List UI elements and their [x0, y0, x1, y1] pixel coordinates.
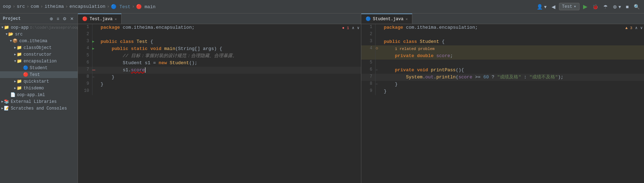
- bc-itheima[interactable]: itheima: [45, 4, 64, 9]
- line-right: [340, 52, 361, 60]
- line-gutter: [92, 81, 99, 88]
- tab-label: Student.java: [373, 17, 403, 22]
- nav-up-arrow[interactable]: ∧: [352, 26, 354, 30]
- tab-label: Test.java: [90, 17, 113, 22]
- line-content: package com.itheima.encapsulation;: [383, 24, 623, 31]
- error-count: ● 1: [342, 26, 349, 30]
- tree-label: encapsulation: [23, 59, 57, 64]
- sidebar-collapse-button[interactable]: ≡: [56, 16, 60, 22]
- line-content: }: [383, 81, 623, 88]
- account-button[interactable]: 👤 ▾: [535, 3, 548, 10]
- tree-item-com-itheima[interactable]: ▼ 📦 com.itheima: [0, 38, 78, 44]
- classname: Student: [420, 39, 439, 44]
- line-number: 4: [361, 45, 375, 52]
- problem-annotation: 1 related problem: [395, 47, 435, 51]
- line-number: 7: [361, 74, 375, 81]
- line-content: }: [383, 88, 623, 95]
- tree-item-Student[interactable]: 🔵 Student: [0, 65, 78, 71]
- table-row: 4 ▶ public static void main(String[] arg…: [78, 45, 361, 52]
- line-content: [99, 88, 340, 95]
- line-content: public class Student {: [383, 38, 623, 45]
- keyword: package: [384, 25, 403, 30]
- line-gutter: [375, 24, 383, 31]
- tab-test-java[interactable]: 🔴 Test.java ✕: [78, 13, 122, 24]
- code-area-right[interactable]: 1 package com.itheima.encapsulation; ▲ 3…: [361, 24, 644, 183]
- tab-student-java[interactable]: 🔵 Student.java ✕: [361, 13, 412, 24]
- line-number: 10: [78, 88, 92, 95]
- method-name: printPass: [431, 67, 456, 73]
- bc-src[interactable]: src: [17, 4, 25, 9]
- toolbar: oop › src › com › itheima › encapsulatio…: [0, 0, 644, 13]
- tree-item-Test[interactable]: 🔴 Test: [0, 71, 78, 78]
- run-button[interactable]: ▶: [582, 2, 589, 11]
- bc-com[interactable]: com: [30, 4, 39, 9]
- line-gutter: ○: [375, 67, 383, 74]
- editor-area: 🔴 Test.java ✕ 1 package com.itheima.enca…: [78, 13, 644, 183]
- back-button[interactable]: ◀: [550, 3, 557, 10]
- line-number: 8: [361, 81, 375, 88]
- nav-down-arrow[interactable]: ∨: [357, 26, 360, 30]
- line-number: 2: [361, 31, 375, 38]
- line-gutter: [375, 38, 383, 45]
- tree-item-encapsulation[interactable]: ▼ 📁 encapsulation: [0, 58, 78, 65]
- tree-item-constructor[interactable]: ▶ 📁 constructor: [0, 51, 78, 58]
- table-row: 3 public class Student {: [361, 38, 644, 45]
- editor-tabs-right: 🔵 Student.java ✕: [361, 13, 644, 24]
- param-name: args: [203, 46, 214, 51]
- tree-item-classObject[interactable]: ▶ 📁 classObject: [0, 44, 78, 51]
- spacer: [18, 66, 22, 70]
- debug-button[interactable]: 🐞: [591, 3, 600, 10]
- string: "成绩及格": [497, 74, 521, 80]
- sidebar-close-button[interactable]: ✕: [69, 16, 75, 22]
- line-gutter: ○: [375, 45, 383, 52]
- tree-item-external-libraries[interactable]: ▶ 📚 External Libraries: [0, 98, 78, 105]
- src-folder-icon: 📂: [8, 32, 13, 37]
- stop-button[interactable]: ■: [625, 3, 630, 10]
- class-name: Test: [136, 39, 147, 44]
- editor-pane-right: 🔵 Student.java ✕ 1 package com.itheima.e…: [361, 13, 644, 183]
- line-number: 2: [78, 31, 92, 38]
- tree-item-oop-app[interactable]: ▼ 📁 oop-app D:\code\javasepro\oop: [0, 24, 78, 31]
- folder-icon: 📁: [4, 25, 9, 30]
- sidebar-header: Project ⊕ ≡ ⚙ ✕: [0, 13, 78, 24]
- bc-oop[interactable]: oop: [3, 4, 11, 9]
- tree-item-src[interactable]: ▼ 📂 src: [0, 31, 78, 38]
- bc-encapsulation[interactable]: encapsulation: [69, 4, 105, 9]
- code-area-left[interactable]: 1 package com.itheima.encapsulation; ● 1…: [78, 24, 361, 183]
- run-gutter-icon[interactable]: ▶: [92, 47, 95, 51]
- field-name: score: [436, 53, 450, 59]
- expand-icon: ▶: [14, 52, 16, 56]
- field-out: out: [425, 74, 434, 80]
- sidebar-add-button[interactable]: ⊕: [49, 16, 54, 22]
- line-right: [623, 74, 644, 81]
- search-button[interactable]: 🔍: [632, 3, 641, 10]
- tree-item-iml[interactable]: 📄 oop-app.iml: [0, 92, 78, 98]
- bc-main[interactable]: 🔴 main: [136, 4, 156, 10]
- bc-test[interactable]: 🔵 Test: [111, 4, 130, 10]
- chevron-down-icon: ▾: [574, 4, 576, 9]
- keyword: class: [120, 39, 134, 44]
- line-number: [361, 52, 375, 60]
- tab-close-button[interactable]: ✕: [115, 17, 117, 21]
- spacer: [18, 73, 22, 77]
- line-gutter: [92, 52, 99, 60]
- line-content: public static void main(String[] args) {: [99, 45, 340, 52]
- nav-up-arrow[interactable]: ∧: [635, 26, 638, 30]
- coverage-button[interactable]: ☂: [602, 3, 609, 10]
- run-config-selector[interactable]: Test ▾: [559, 3, 580, 10]
- table-row: 8 ○ }: [361, 81, 644, 88]
- line-gutter: ▶: [92, 38, 99, 45]
- line-content: [383, 60, 623, 67]
- line-right: [340, 67, 361, 74]
- tree-item-thisdemo[interactable]: ▶ 📁 thisdemo: [0, 85, 78, 92]
- run-gutter-icon[interactable]: ▶: [92, 40, 95, 44]
- profile-button[interactable]: ⊕ ▾: [611, 3, 622, 10]
- line-content: System.out.println(score >= 60 ? "成绩及格" …: [383, 74, 623, 81]
- line-right: [623, 67, 644, 74]
- tab-close-button[interactable]: ✕: [406, 17, 408, 21]
- tree-item-quickstart[interactable]: ▶ 📁 quickstart: [0, 78, 78, 85]
- sidebar-settings-button[interactable]: ⚙: [62, 16, 68, 22]
- table-row: 7 — s1.score: [78, 67, 361, 74]
- tree-item-scratches[interactable]: ▶ 📝 Scratches and Consoles: [0, 105, 78, 112]
- nav-down-arrow[interactable]: ∨: [640, 26, 643, 30]
